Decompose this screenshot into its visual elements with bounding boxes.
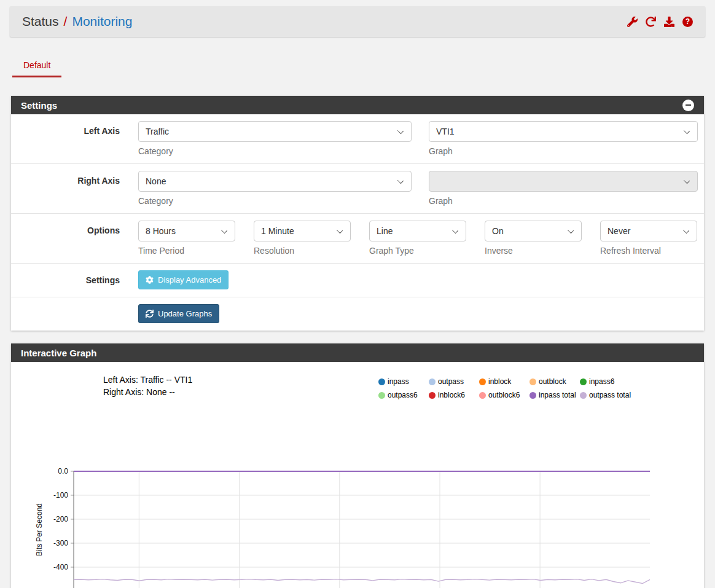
refresh-interval-select[interactable]: Never	[600, 221, 697, 241]
legend-item[interactable]: inpass	[378, 377, 429, 386]
legend-label: outblock6	[488, 391, 520, 399]
legend-dot-icon	[378, 392, 385, 399]
legend-label: inpass total	[539, 391, 576, 399]
breadcrumb: Status / Monitoring	[22, 14, 132, 29]
time-period-value: 8 Hours	[146, 226, 176, 236]
legend-dot-icon	[479, 378, 486, 385]
legend: inpassoutpassinblockoutblockinpass6outpa…	[378, 377, 630, 399]
wrench-icon[interactable]	[627, 17, 638, 27]
tab-default[interactable]: Default	[12, 55, 61, 77]
legend-label: inpass	[388, 377, 409, 386]
chevron-down-icon	[397, 128, 404, 134]
breadcrumb-page: Monitoring	[72, 14, 132, 29]
update-row: Update Graphs	[11, 297, 704, 331]
svg-text:-100: -100	[53, 491, 68, 500]
legend-label: inpass6	[589, 377, 614, 386]
chevron-down-icon	[397, 178, 404, 184]
right-axis-category-select[interactable]: None	[138, 171, 412, 192]
refresh-icon[interactable]	[646, 17, 656, 27]
legend-item[interactable]: outpass	[429, 377, 479, 386]
legend-item[interactable]: outblock6	[479, 391, 529, 399]
chevron-down-icon	[684, 178, 690, 184]
legend-label: outpass6	[388, 391, 418, 399]
svg-text:-400: -400	[53, 563, 68, 571]
breadcrumb-bar: Status / Monitoring ?	[10, 6, 705, 37]
left-axis-graph-select[interactable]: VTI1	[429, 121, 698, 142]
minus-icon	[686, 104, 691, 106]
legend-item[interactable]: inpass total	[529, 391, 580, 399]
graph-type-value: Line	[377, 226, 393, 236]
right-axis-row: Right Axis None Category Graph	[11, 164, 704, 214]
legend-dot-icon	[529, 378, 536, 385]
series-line	[74, 579, 650, 584]
options-label: Options	[11, 221, 138, 256]
advanced-settings-label: Settings	[11, 270, 138, 289]
right-axis-category-value: None	[146, 176, 166, 186]
settings-panel: Settings Left Axis Traffic Category VTI1…	[11, 96, 704, 331]
options-row: Options 8 Hours Time Period 1 Minute Res…	[11, 214, 704, 264]
inverse-select[interactable]: On	[485, 221, 582, 241]
update-graphs-button[interactable]: Update Graphs	[138, 304, 219, 323]
legend-dot-icon	[429, 392, 436, 399]
right-axis-label: Right Axis	[11, 171, 138, 206]
legend-dot-icon	[580, 392, 587, 399]
settings-panel-header: Settings	[11, 96, 704, 114]
sync-icon	[146, 310, 154, 318]
legend-label: outpass	[438, 377, 464, 386]
legend-label: outblock	[539, 377, 566, 386]
resolution-select[interactable]: 1 Minute	[254, 221, 351, 241]
left-axis-category-helper: Category	[138, 146, 412, 156]
display-advanced-button[interactable]: Display Advanced	[138, 270, 229, 289]
help-icon[interactable]: ?	[682, 17, 693, 27]
right-axis-graph-helper: Graph	[429, 196, 698, 206]
right-axis-category-helper: Category	[138, 196, 412, 206]
collapse-panel-button[interactable]	[682, 100, 694, 111]
chevron-down-icon	[568, 227, 574, 233]
inverse-helper: Inverse	[485, 246, 582, 256]
display-advanced-label: Display Advanced	[158, 275, 221, 284]
traffic-chart-svg[interactable]: 0.0-100-200-300-40007:29:0008:23:2009:46…	[11, 465, 693, 588]
breadcrumb-section: Status	[22, 14, 59, 29]
update-graphs-label: Update Graphs	[158, 309, 212, 318]
refresh-interval-value: Never	[608, 226, 630, 236]
chevron-down-icon	[684, 128, 690, 134]
chevron-down-icon	[221, 227, 227, 233]
svg-text:Bits Per Second: Bits Per Second	[35, 503, 44, 556]
legend-label: inblock6	[438, 391, 465, 399]
legend-dot-icon	[479, 392, 486, 399]
chevron-down-icon	[452, 227, 458, 233]
breadcrumb-separator: /	[64, 14, 68, 29]
tab-bar: Default	[12, 55, 715, 77]
legend-item[interactable]: outpass6	[378, 391, 429, 399]
left-axis-graph-helper: Graph	[429, 146, 698, 156]
header-actions: ?	[627, 17, 693, 27]
legend-item[interactable]: outblock	[529, 377, 580, 386]
legend-dot-icon	[529, 392, 536, 399]
axis-info: Left Axis: Traffic -- VTI1 Right Axis: N…	[103, 374, 192, 398]
legend-label: outpass total	[589, 391, 631, 399]
graph-type-select[interactable]: Line	[369, 221, 466, 241]
refresh-interval-helper: Refresh Interval	[600, 246, 697, 256]
legend-item[interactable]: inblock6	[429, 391, 479, 399]
legend-dot-icon	[378, 378, 385, 385]
right-axis-info: Right Axis: None --	[103, 386, 192, 398]
left-axis-info: Left Axis: Traffic -- VTI1	[103, 374, 192, 386]
interactive-graph-panel: Interactive Graph Left Axis: Traffic -- …	[11, 343, 704, 588]
left-axis-row: Left Axis Traffic Category VTI1 Graph	[11, 114, 704, 164]
time-period-select[interactable]: 8 Hours	[138, 221, 235, 241]
left-axis-graph-value: VTI1	[436, 127, 455, 136]
traffic-chart[interactable]: 0.0-100-200-300-40007:29:0008:23:2009:46…	[11, 465, 704, 588]
advanced-settings-row: Settings Display Advanced	[11, 264, 704, 297]
settings-panel-title: Settings	[21, 100, 57, 111]
legend-label: inblock	[488, 377, 511, 386]
graph-panel-title: Interactive Graph	[21, 348, 96, 358]
resolution-helper: Resolution	[254, 246, 351, 256]
legend-item[interactable]: outpass total	[580, 391, 630, 399]
legend-item[interactable]: inblock	[479, 377, 529, 386]
left-axis-category-select[interactable]: Traffic	[138, 121, 412, 142]
graph-type-helper: Graph Type	[369, 246, 466, 256]
legend-item[interactable]: inpass6	[580, 377, 630, 386]
download-icon[interactable]	[664, 17, 674, 27]
chevron-down-icon	[683, 227, 689, 233]
svg-text:0.0: 0.0	[58, 467, 68, 476]
